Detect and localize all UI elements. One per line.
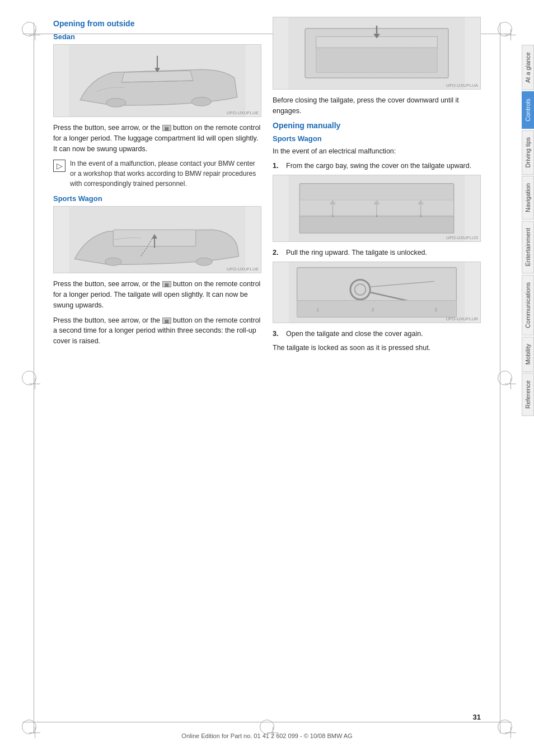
sports-wagon-left-image: UFO-UXUFLUE [53, 206, 261, 273]
sidebar-tab-driving-tips[interactable]: Driving tips [522, 130, 534, 175]
note-box: ▷ In the event of a malfunction, please … [53, 158, 261, 189]
sports-wagon-subtitle-right: Sports Wagon [273, 134, 481, 143]
svg-rect-21 [299, 217, 453, 234]
before-closing-text: Before closing the tailgate, press the c… [273, 95, 481, 116]
sidebar-tab-reference[interactable]: Reference [522, 373, 534, 416]
note-icon: ▷ [53, 160, 65, 172]
step-2-text: Pull the ring upward. The tailgate is un… [286, 248, 427, 258]
right-top-img-label: UFO-UXUFLUA [446, 83, 478, 88]
svg-rect-14 [316, 36, 438, 48]
step-2-number: 2. [273, 248, 283, 258]
sidebar-tab-at-a-glance[interactable]: At a glance [522, 45, 534, 90]
right-mid-image: UFO-UXUFLUS [273, 175, 481, 242]
svg-text:1: 1 [316, 306, 319, 312]
svg-rect-36 [297, 300, 457, 316]
right-top-image: UFO-UXUFLUA [273, 17, 481, 90]
step-1-number: 1. [273, 161, 283, 171]
main-title: Opening from outside [53, 19, 261, 28]
note-text: In the event of a malfunction, please co… [70, 158, 261, 189]
svg-point-4 [106, 99, 125, 108]
step-3-text: Open the tailgate and close the cover ag… [286, 329, 423, 339]
step-3: 3. Open the tailgate and close the cover… [273, 329, 481, 339]
svg-point-9 [105, 258, 122, 266]
step-2: 2. Pull the ring upward. The tailgate is… [273, 248, 481, 258]
step-3-number: 3. [273, 329, 283, 339]
step-1-text: From the cargo bay, swing the cover on t… [286, 161, 471, 171]
right-bottom-image: 1 2 3 UFO-UXUFLUR [273, 262, 481, 323]
sports-wagon-subtitle-left: Sports Wagon [53, 194, 261, 203]
left-column: Opening from outside Sedan [53, 17, 261, 713]
left-margin [0, 0, 42, 756]
right-bottom-img-label: UFO-UXUFLUR [446, 316, 478, 321]
sidebar-tabs: At a glance Controls Driving tips Naviga… [522, 45, 534, 417]
sports-wagon-body1: Press the button, see arrow, or the ▤ bu… [53, 279, 261, 310]
sidebar-tab-entertainment[interactable]: Entertainment [522, 221, 534, 273]
sidebar-tab-navigation[interactable]: Navigation [522, 176, 534, 220]
sidebar-tab-communications[interactable]: Communications [522, 275, 534, 335]
svg-text:3: 3 [434, 306, 438, 312]
right-mid-img-label: UFO-UXUFLUS [446, 235, 478, 240]
svg-rect-28 [299, 200, 453, 216]
sports-wagon-body2: Press the button, see arrow, or the ▤ bu… [53, 315, 261, 347]
opening-manually-intro: In the event of an electrical malfunctio… [273, 146, 481, 157]
right-column: UFO-UXUFLUA Before closing the tailgate,… [273, 17, 481, 713]
sports-wagon-left-img-label: UFO-UXUFLUE [227, 267, 259, 272]
closing-text: The tailgate is locked as soon as it is … [273, 343, 481, 353]
right-sidebar: At a glance Controls Driving tips Naviga… [492, 0, 534, 756]
sedan-image: UFO-UXUFLUE [53, 44, 261, 117]
sidebar-tab-controls[interactable]: Controls [522, 91, 534, 129]
svg-point-5 [191, 97, 211, 106]
opening-manually-title: Opening manually [273, 121, 481, 130]
step-1: 1. From the cargo bay, swing the cover o… [273, 161, 481, 171]
svg-text:2: 2 [371, 306, 374, 312]
sedan-img-label: UFO-UXUFLUE [227, 110, 259, 115]
sedan-body-text: Press the button, see arrow, or the ▤ bu… [53, 123, 261, 154]
svg-point-10 [196, 258, 213, 266]
sidebar-tab-mobility[interactable]: Mobility [522, 337, 534, 372]
